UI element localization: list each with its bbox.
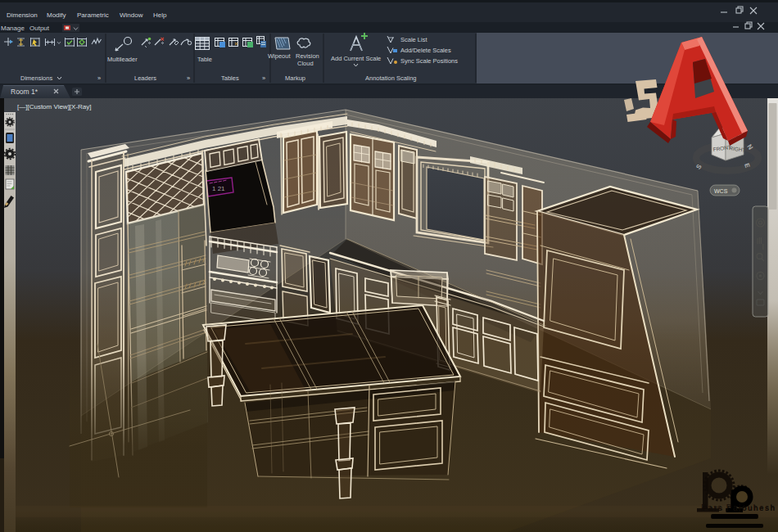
svg-text:Add Current Scale: Add Current Scale <box>331 55 381 62</box>
svg-text:Scale List: Scale List <box>400 36 427 43</box>
svg-text:Leaders: Leaders <box>134 74 156 82</box>
svg-text:Dimensions: Dimensions <box>20 74 52 82</box>
svg-text:Multileader: Multileader <box>107 56 138 63</box>
svg-text:WCS: WCS <box>714 188 728 194</box>
svg-text:Manage: Manage <box>1 25 25 32</box>
svg-text:Parametric: Parametric <box>77 11 109 19</box>
svg-text:Sync Scale Positions: Sync Scale Positions <box>400 57 458 65</box>
svg-text:[—][Custom View][X-Ray]: [—][Custom View][X-Ray] <box>17 103 92 110</box>
svg-text:Room 1*: Room 1* <box>11 88 38 96</box>
svg-text:Tables: Tables <box>221 74 239 82</box>
svg-text:Markup: Markup <box>285 74 305 82</box>
svg-text:»: » <box>262 74 265 82</box>
svg-text:Output: Output <box>29 25 50 32</box>
svg-text:Window: Window <box>120 11 143 19</box>
svg-text:Annotation Scaling: Annotation Scaling <box>365 74 417 82</box>
svg-text:Table: Table <box>197 56 212 63</box>
svg-text:Wipeout: Wipeout <box>268 52 291 60</box>
svg-text:»: » <box>97 74 101 82</box>
svg-text:Modify: Modify <box>47 11 66 19</box>
svg-text:Cloud: Cloud <box>297 60 314 67</box>
svg-text:Add/Delete Scales: Add/Delete Scales <box>400 47 451 54</box>
svg-text:1 21: 1 21 <box>212 185 225 192</box>
svg-text:»: » <box>187 74 190 82</box>
svg-text:Help: Help <box>153 11 167 19</box>
svg-text:Dimension: Dimension <box>7 11 38 19</box>
svg-text:Revision: Revision <box>296 52 319 60</box>
